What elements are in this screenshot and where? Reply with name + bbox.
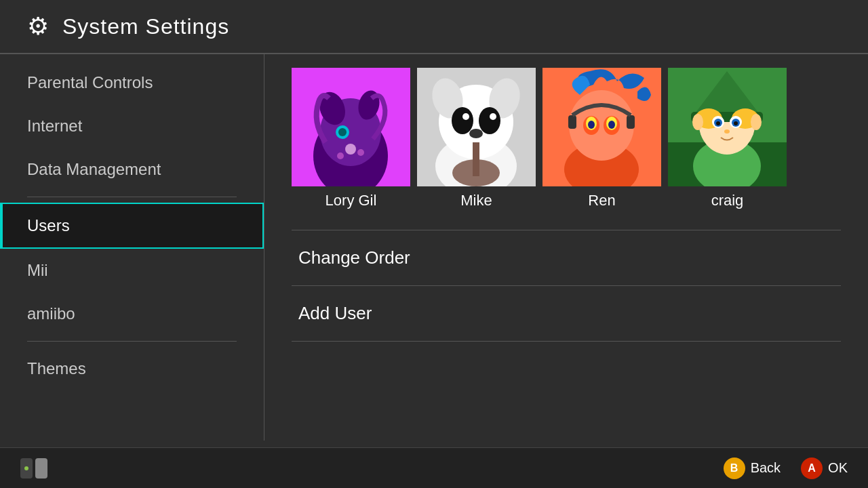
svg-point-16 (479, 107, 500, 134)
user-card-craig[interactable]: craig (668, 68, 787, 209)
change-order-item[interactable]: Change Order (292, 234, 841, 282)
sidebar-divider-1 (27, 197, 237, 197)
sidebar-divider-2 (27, 341, 237, 342)
footer: B Back A OK (0, 447, 868, 488)
user-name-lory-gil: Lory Gil (326, 192, 377, 209)
user-card-mike[interactable]: Mike (417, 68, 536, 209)
svg-point-17 (462, 113, 469, 120)
user-name-mike: Mike (460, 192, 492, 209)
sidebar-item-data-management[interactable]: Data Management (0, 148, 264, 191)
right-panel: Lory Gil (264, 54, 868, 441)
svg-rect-31 (568, 115, 576, 129)
svg-point-24 (569, 90, 634, 161)
sidebar-item-parental-controls[interactable]: Parental Controls (0, 61, 264, 104)
user-card-ren[interactable]: Ren (542, 68, 661, 209)
footer-right: B Back A OK (724, 458, 848, 479)
avatar-mike (417, 68, 536, 186)
joycon-icon (20, 458, 47, 479)
header: ⚙ System Settings (0, 0, 868, 54)
avatar-lory-gil (292, 68, 410, 186)
svg-point-48 (734, 121, 738, 125)
settings-icon: ⚙ (27, 12, 49, 41)
svg-point-6 (338, 128, 347, 136)
back-button[interactable]: B Back (724, 458, 781, 479)
svg-rect-32 (627, 115, 635, 129)
avatar-ren (542, 68, 661, 186)
sidebar-item-users[interactable]: Users (0, 203, 264, 249)
joycon-left (20, 458, 33, 479)
sidebar-item-themes[interactable]: Themes (0, 347, 264, 390)
ok-button[interactable]: A OK (801, 458, 848, 479)
footer-left (20, 458, 47, 479)
svg-point-30 (608, 121, 615, 129)
sidebar-item-mii[interactable]: Mii (0, 249, 264, 292)
joycon-dot (24, 466, 28, 470)
svg-point-9 (357, 149, 364, 156)
svg-point-7 (345, 144, 356, 155)
svg-point-18 (490, 113, 496, 120)
user-name-ren: Ren (588, 192, 615, 209)
action-divider-mid (292, 285, 841, 286)
add-user-item[interactable]: Add User (292, 289, 841, 338)
sidebar: Parental Controls Internet Data Manageme… (0, 54, 264, 441)
avatar-craig (668, 68, 787, 186)
user-card-lory-gil[interactable]: Lory Gil (292, 68, 410, 209)
joycon-right (35, 458, 47, 479)
user-profiles: Lory Gil (292, 68, 841, 209)
svg-point-49 (724, 129, 730, 134)
action-divider-top (292, 230, 841, 230)
sidebar-item-internet[interactable]: Internet (0, 104, 264, 148)
svg-point-15 (452, 107, 473, 134)
svg-point-42 (751, 114, 762, 130)
user-name-craig: craig (711, 192, 744, 209)
a-button-icon: A (801, 458, 823, 479)
svg-point-47 (716, 121, 720, 125)
sidebar-item-amiibo[interactable]: amiibo (0, 292, 264, 336)
page-title: System Settings (62, 14, 229, 39)
svg-point-41 (692, 114, 703, 130)
svg-rect-21 (473, 142, 479, 176)
main-content: Parental Controls Internet Data Manageme… (0, 54, 868, 441)
b-button-icon: B (724, 458, 745, 479)
svg-point-29 (588, 121, 595, 129)
action-divider-bot (292, 341, 841, 342)
svg-point-19 (469, 129, 483, 138)
svg-point-8 (337, 152, 344, 159)
